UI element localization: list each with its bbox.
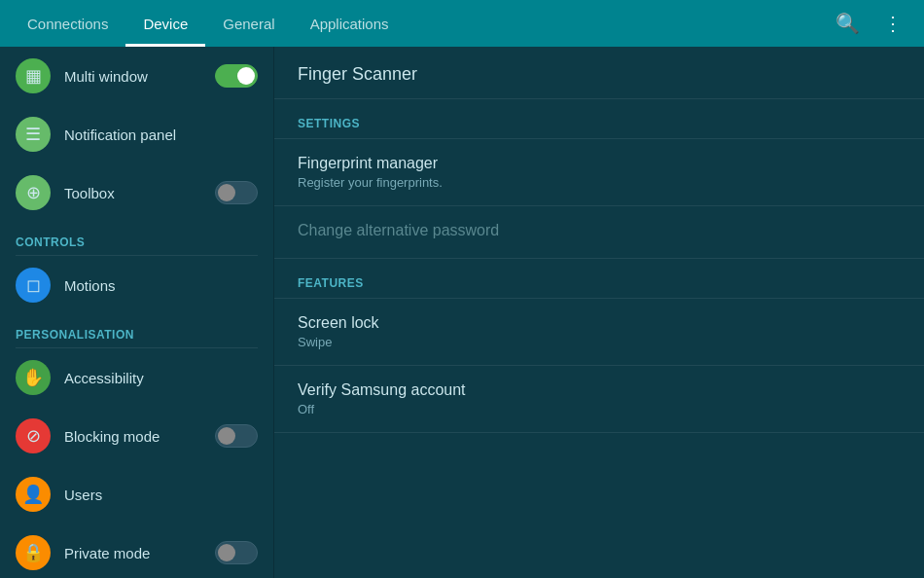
sidebar-label-accessibility: Accessibility [64, 370, 258, 386]
change-alt-password-title: Change alternative password [298, 222, 901, 239]
accessibility-icon: ✋ [16, 360, 51, 395]
content-panel: Finger Scanner SETTINGS Fingerprint mana… [274, 47, 924, 578]
users-icon: 👤 [16, 477, 51, 512]
multi-window-icon: ▦ [16, 58, 51, 93]
sidebar-label-toolbox: Toolbox [64, 185, 115, 201]
search-icon[interactable]: 🔍 [824, 12, 871, 35]
settings-section-header: SETTINGS [274, 99, 924, 139]
sidebar-item-toolbox[interactable]: ⊕ Toolbox [0, 163, 273, 222]
sidebar-label-private-mode: Private mode [64, 545, 150, 561]
more-icon[interactable]: ⋮ [871, 12, 914, 35]
sidebar-item-multi-window[interactable]: ▦ Multi window I [0, 47, 273, 105]
sidebar-label-blocking-mode: Blocking mode [64, 428, 160, 445]
change-alt-password-item[interactable]: Change alternative password [274, 206, 924, 259]
features-section-header: FEATURES [274, 259, 924, 299]
sidebar-label-notification-panel: Notification panel [64, 126, 258, 143]
tab-device[interactable]: Device [125, 0, 205, 47]
sidebar-item-notification-panel[interactable]: ☰ Notification panel [0, 105, 273, 163]
multi-window-toggle[interactable]: I [215, 64, 258, 88]
sidebar-label-motions: Motions [64, 277, 258, 294]
content-title: Finger Scanner [274, 47, 924, 99]
private-mode-toggle[interactable] [215, 541, 258, 564]
blocking-mode-icon: ⊘ [16, 418, 51, 453]
motions-icon: ◻ [16, 268, 51, 303]
top-navigation: Connections Device General Applications … [0, 0, 924, 47]
sidebar: ▦ Multi window I ☰ Notification panel ⊕ … [0, 47, 274, 578]
sidebar-item-blocking-mode[interactable]: ⊘ Blocking mode [0, 407, 273, 465]
notification-panel-icon: ☰ [16, 117, 51, 152]
toolbox-icon: ⊕ [16, 175, 51, 210]
fingerprint-manager-subtitle: Register your fingerprints. [298, 175, 901, 190]
personalisation-section-header: PERSONALISATION [0, 314, 273, 347]
sidebar-item-users[interactable]: 👤 Users [0, 465, 273, 524]
tab-applications[interactable]: Applications [293, 0, 407, 47]
blocking-mode-toggle[interactable] [215, 424, 258, 448]
sidebar-item-accessibility[interactable]: ✋ Accessibility [0, 348, 273, 407]
verify-samsung-item[interactable]: Verify Samsung account Off [274, 366, 924, 433]
private-mode-icon: 🔒 [16, 535, 51, 570]
controls-section-header: CONTROLS [0, 222, 273, 255]
sidebar-item-private-mode[interactable]: 🔒 Private mode [0, 524, 273, 578]
sidebar-label-multi-window: Multi window [64, 68, 148, 85]
verify-samsung-title: Verify Samsung account [298, 381, 901, 399]
tab-connections[interactable]: Connections [10, 0, 125, 47]
toolbox-toggle[interactable] [215, 181, 258, 204]
fingerprint-manager-item[interactable]: Fingerprint manager Register your finger… [274, 139, 924, 206]
fingerprint-manager-title: Fingerprint manager [298, 155, 901, 172]
sidebar-item-motions[interactable]: ◻ Motions [0, 256, 273, 314]
tab-general[interactable]: General [205, 0, 292, 47]
verify-samsung-subtitle: Off [298, 402, 901, 416]
main-layout: ▦ Multi window I ☰ Notification panel ⊕ … [0, 47, 924, 578]
screen-lock-title: Screen lock [298, 314, 901, 332]
screen-lock-item[interactable]: Screen lock Swipe [274, 299, 924, 366]
screen-lock-subtitle: Swipe [298, 335, 901, 349]
sidebar-label-users: Users [64, 487, 258, 503]
